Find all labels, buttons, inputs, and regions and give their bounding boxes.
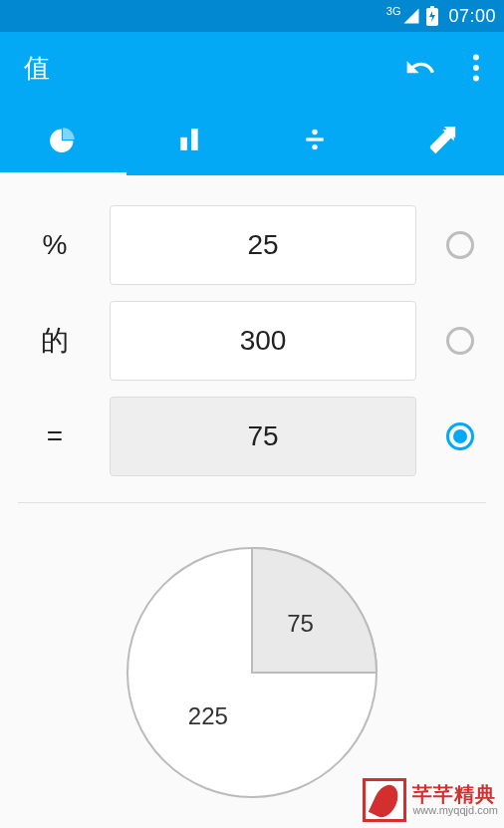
svg-rect-1 [430,6,434,9]
input-of[interactable]: 300 [110,301,416,381]
bar-chart-icon [176,127,202,152]
row-result: = 75 [18,389,486,484]
radio-percent[interactable] [446,231,474,259]
pie-chart-icon [49,126,77,153]
pie-chart-svg: 75 225 [123,543,381,802]
pie-chart: 75 225 [18,543,486,802]
input-percent[interactable]: 25 [110,205,416,285]
tab-bar [0,104,504,175]
watermark: 芊芊精典 www.myqqjd.com [363,778,498,822]
watermark-name: 芊芊精典 [412,784,498,805]
slice-label: 75 [287,610,314,637]
divider [18,502,486,503]
tab-divide[interactable] [252,104,378,175]
signal-cellular-icon [402,7,420,25]
label-of: 的 [18,322,92,360]
input-result[interactable]: 75 [110,397,416,476]
status-clock: 07:00 [448,6,496,27]
svg-point-3 [473,65,479,71]
svg-rect-8 [307,138,324,140]
tab-pie[interactable] [0,104,126,175]
more-vert-icon [472,54,480,82]
undo-button[interactable] [404,52,436,84]
app-bar: 值 [0,32,504,104]
watermark-logo [363,778,406,822]
svg-point-9 [313,144,318,149]
svg-point-4 [473,76,479,82]
svg-point-7 [313,130,318,135]
remainder-label: 225 [188,702,228,729]
divide-icon [302,127,328,152]
network-label: 3G [386,5,401,17]
watermark-url: www.myqqjd.com [412,805,498,817]
page-title: 值 [24,51,404,86]
svg-rect-5 [180,138,187,150]
radio-of[interactable] [446,327,474,355]
status-bar: 3G 07:00 [0,0,504,32]
row-percent: % 25 [18,197,486,293]
trend-arrow-icon [424,123,458,156]
label-equals: = [18,420,92,452]
radio-result[interactable] [446,422,474,450]
battery-icon [426,6,438,26]
tab-trend[interactable] [378,104,505,175]
calculator-content: % 25 的 300 = 75 75 225 [0,175,504,802]
overflow-menu-button[interactable] [464,54,488,82]
svg-point-2 [473,55,479,61]
svg-rect-6 [191,129,198,150]
label-percent: % [18,229,92,261]
undo-icon [404,52,436,84]
row-of: 的 300 [18,293,486,389]
tab-bar-chart[interactable] [126,104,253,175]
